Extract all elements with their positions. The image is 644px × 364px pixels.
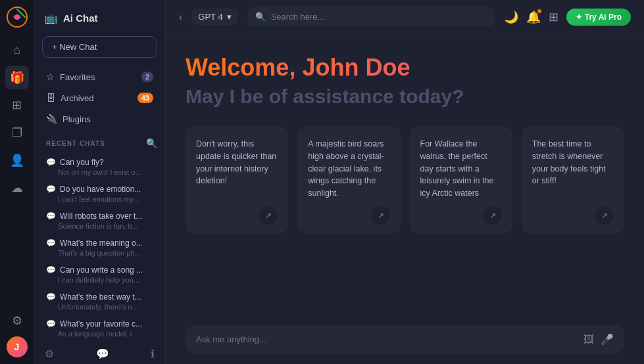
moon-icon[interactable]: 🌙 <box>504 10 518 24</box>
chat-item-title-5: What's the best way t... <box>60 292 141 302</box>
chat-item-sub-5: Unfortunately, there's n... <box>46 303 153 311</box>
welcome-heading: Welcome, John Doe <box>186 54 624 81</box>
chat-item-sub-6: As a language model, I ... <box>46 330 153 338</box>
search-bar[interactable]: 🔍 <box>247 7 495 26</box>
suggestion-card-1[interactable]: A majestic bird soars high above a cryst… <box>297 126 400 234</box>
main-content: Welcome, John Doe May I be of assistance… <box>166 34 644 316</box>
recent-chats-label: RECENT CHATS <box>46 140 105 147</box>
suggestion-card-2[interactable]: For Wallace the walrus, the perfect day … <box>410 126 512 234</box>
header-actions: 🌙 🔔 ⊞ ✦ Try Ai Pro <box>504 9 631 26</box>
sidebar-item-settings[interactable]: ⚙ <box>5 309 29 332</box>
model-arrow-icon: ▾ <box>227 12 232 22</box>
chat-item-3[interactable]: 💬 What's the meaning o... That's a big q… <box>42 235 157 261</box>
archived-label: Archived <box>61 93 94 103</box>
chat-bubble-icon-5: 💬 <box>46 292 56 302</box>
archived-badge: 43 <box>137 93 153 103</box>
chat-bottom-icon[interactable]: 💬 <box>96 348 109 360</box>
bell-icon[interactable]: 🔔 <box>526 10 541 24</box>
icon-bar-bottom: ⚙ J <box>5 309 29 357</box>
suggestion-text-1: A majestic bird soars high above a cryst… <box>308 138 389 200</box>
chat-item-0[interactable]: 💬 Can you fly? Not on my own! I exist o.… <box>42 154 157 180</box>
welcome-subheading: May I be of assistance today? <box>186 85 624 108</box>
sidebar-title-icon: 📺 <box>45 12 58 24</box>
chat-bubble-icon-2: 💬 <box>46 212 56 221</box>
plugins-label: Plugins <box>62 114 91 124</box>
main-area: ‹ GPT 4 ▾ 🔍 🌙 🔔 ⊞ ✦ Try Ai Pro Welcome, … <box>166 0 644 364</box>
apps-icon[interactable]: ⊞ <box>549 10 558 24</box>
sidebar-item-grid[interactable]: ⊞ <box>5 93 29 117</box>
suggestion-text-2: For Wallace the walrus, the perfect day … <box>420 138 502 200</box>
suggestion-card-3[interactable]: The best time to stretch is whenever you… <box>522 126 624 234</box>
suggestion-arrow-3[interactable]: ↗ <box>595 206 614 225</box>
sidebar-item-gift[interactable]: 🎁 <box>5 66 29 89</box>
info-bottom-icon[interactable]: ℹ <box>151 348 155 360</box>
chat-item-4[interactable]: 💬 Can you write a song ... I can definit… <box>42 262 157 288</box>
search-input[interactable] <box>271 12 487 22</box>
chat-input-box: 🖼 🎤 <box>186 325 624 353</box>
suggestion-text-3: The best time to stretch is whenever you… <box>532 138 614 187</box>
chat-bubble-icon-3: 💬 <box>46 239 56 248</box>
mic-icon[interactable]: 🎤 <box>601 333 614 346</box>
input-area: 🖼 🎤 <box>166 316 644 364</box>
settings-bottom-icon[interactable]: ⚙ <box>45 348 54 360</box>
chat-item-title-6: What's your favorite c... <box>60 319 142 329</box>
chat-item-1[interactable]: 💬 Do you have emotion... I can't feel em… <box>42 181 157 207</box>
chat-input[interactable] <box>196 334 576 344</box>
chat-item-title-0: Can you fly? <box>60 158 104 167</box>
recent-chats-header: RECENT CHATS 🔍 <box>46 138 157 148</box>
chat-item-sub-2: Science fiction is fun, b... <box>46 222 153 230</box>
input-icons: 🖼 🎤 <box>583 333 614 346</box>
chat-item-title-3: What's the meaning o... <box>60 239 143 248</box>
sidebar-item-copy[interactable]: ❐ <box>5 121 29 145</box>
svg-point-1 <box>14 14 20 20</box>
sidebar-header: 📺 Ai Chat <box>42 7 157 30</box>
chat-item-title-4: Can you write a song ... <box>60 265 143 275</box>
image-icon[interactable]: 🖼 <box>583 334 594 346</box>
sidebar-item-home[interactable]: ⌂ <box>5 38 29 62</box>
suggestion-cards: Don't worry, this update is quicker than… <box>186 126 624 234</box>
model-name: GPT 4 <box>198 12 222 22</box>
archived-icon: 🗄 <box>46 93 55 103</box>
sidebar-nav-plugins[interactable]: 🔌 Plugins <box>42 109 157 129</box>
recent-search-icon[interactable]: 🔍 <box>146 138 157 148</box>
suggestion-arrow-0[interactable]: ↗ <box>259 206 278 225</box>
sidebar-bottom: ⚙ 💬 ℹ <box>42 342 157 364</box>
chat-bubble-icon-4: 💬 <box>46 265 56 275</box>
notification-dot <box>537 9 542 14</box>
chat-item-2[interactable]: 💬 Will robots take over t... Science fic… <box>42 208 157 234</box>
chat-item-sub-3: That's a big question ph... <box>46 249 153 257</box>
icon-bar: ⌂ 🎁 ⊞ ❐ 👤 ☁ ⚙ J <box>0 0 34 364</box>
plugins-icon: 🔌 <box>46 114 57 124</box>
suggestion-text-0: Don't worry, this update is quicker than… <box>196 138 278 187</box>
new-chat-button[interactable]: + New Chat <box>42 36 157 58</box>
chat-item-6[interactable]: 💬 What's your favorite c... As a languag… <box>42 315 157 342</box>
chat-item-sub-4: I can definitely help you... <box>46 276 153 284</box>
sidebar-item-user[interactable]: 👤 <box>5 148 29 172</box>
favorites-label: Favorites <box>60 72 95 82</box>
back-button[interactable]: ‹ <box>179 11 182 23</box>
chat-item-sub-1: I can't feel emotions my... <box>46 195 153 203</box>
sidebar-nav-archived[interactable]: 🗄 Archived 43 <box>42 88 157 108</box>
chat-bubble-icon: 💬 <box>46 158 56 167</box>
sidebar: 📺 Ai Chat + New Chat ☆ Favorites 2 🗄 Arc… <box>34 0 166 364</box>
sidebar-title-text: Ai Chat <box>63 12 98 24</box>
chat-item-title-2: Will robots take over t... <box>60 212 142 221</box>
chat-item-sub-0: Not on my own! I exist o... <box>46 168 153 176</box>
sidebar-nav-favorites[interactable]: ☆ Favorites 2 <box>42 67 157 87</box>
user-avatar[interactable]: J <box>7 336 28 357</box>
suggestion-arrow-1[interactable]: ↗ <box>372 206 390 225</box>
logo <box>7 7 28 28</box>
favorites-badge: 2 <box>141 72 153 82</box>
search-icon: 🔍 <box>255 12 266 22</box>
try-pro-button[interactable]: ✦ Try Ai Pro <box>566 9 631 26</box>
suggestion-arrow-2[interactable]: ↗ <box>483 206 502 225</box>
suggestion-card-0[interactable]: Don't worry, this update is quicker than… <box>186 126 288 234</box>
chat-item-title-1: Do you have emotion... <box>60 185 141 194</box>
chat-bubble-icon-1: 💬 <box>46 185 56 194</box>
chat-item-5[interactable]: 💬 What's the best way t... Unfortunately… <box>42 288 157 315</box>
header: ‹ GPT 4 ▾ 🔍 🌙 🔔 ⊞ ✦ Try Ai Pro <box>166 0 644 34</box>
model-selector[interactable]: GPT 4 ▾ <box>191 9 237 25</box>
sidebar-item-cloud[interactable]: ☁ <box>5 176 29 200</box>
favorites-icon: ☆ <box>46 72 55 82</box>
chat-bubble-icon-6: 💬 <box>46 319 56 329</box>
